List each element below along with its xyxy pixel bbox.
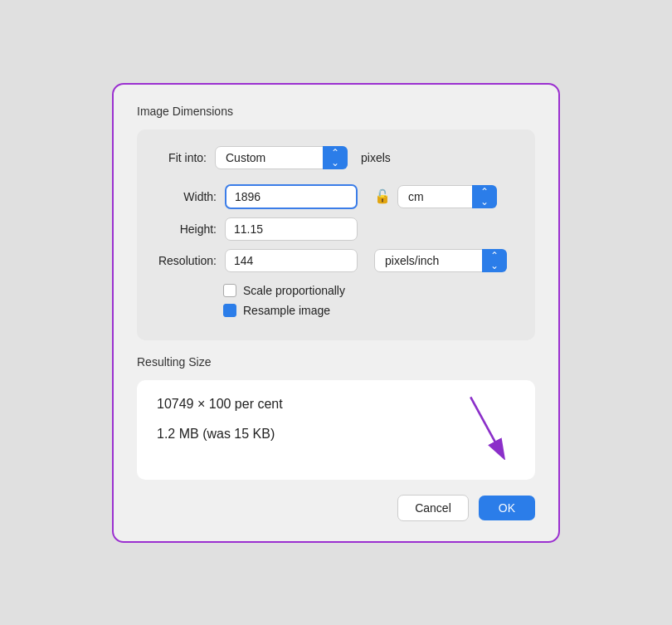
resolution-label: Resolution:: [157, 254, 217, 267]
height-row: Height:: [157, 217, 515, 241]
fit-into-select-wrapper: Custom 800x600 1024x768 1920x1080 ⌃⌄: [215, 146, 348, 169]
unit-select[interactable]: cm mm inches pixels: [397, 185, 497, 208]
scale-proportionally-label: Scale proportionally: [243, 284, 345, 297]
resolution-unit-wrapper: pixels/inch pixels/cm ⌃⌄: [374, 249, 507, 272]
resolution-row: Resolution: pixels/inch pixels/cm ⌃⌄: [157, 249, 515, 272]
svg-line-1: [470, 397, 500, 451]
resulting-size-box: 10749 × 100 per cent 1.2 MB (was 15 KB): [137, 380, 535, 480]
resolution-input[interactable]: [225, 249, 358, 272]
fit-into-row: Fit into: Custom 800x600 1024x768 1920x1…: [157, 146, 515, 169]
fit-into-select[interactable]: Custom 800x600 1024x768 1920x1080: [215, 146, 348, 169]
image-dimensions-title: Image Dimensions: [137, 105, 535, 118]
image-dimensions-box: Fit into: Custom 800x600 1024x768 1920x1…: [137, 129, 535, 340]
cancel-button[interactable]: Cancel: [397, 495, 469, 521]
scale-proportionally-row: Scale proportionally: [157, 284, 515, 297]
width-input[interactable]: [225, 184, 358, 209]
pixels-label: pixels: [361, 151, 391, 164]
resample-image-checkbox[interactable]: [223, 304, 236, 317]
unit-select-wrapper: cm mm inches pixels ⌃⌄: [397, 185, 497, 208]
arrow-svg: [460, 393, 510, 460]
scale-proportionally-checkbox[interactable]: [223, 284, 236, 297]
resample-image-label: Resample image: [243, 304, 330, 317]
resulting-size-section: Resulting Size 10749 × 100 per cent 1.2 …: [137, 355, 535, 480]
resolution-unit-select[interactable]: pixels/inch pixels/cm: [374, 249, 507, 272]
resample-image-row: Resample image: [157, 304, 515, 317]
fit-into-label: Fit into:: [157, 151, 207, 164]
arrow-indicator: [460, 393, 510, 463]
height-label: Height:: [157, 222, 217, 236]
resulting-size-title: Resulting Size: [137, 355, 535, 369]
buttons-row: Cancel OK: [137, 495, 535, 521]
width-row: Width: 🔓 cm mm inches pixels ⌃⌄: [157, 184, 515, 209]
lock-icon: 🔓: [374, 188, 391, 204]
unit-wrapper: 🔓 cm mm inches pixels ⌃⌄: [374, 185, 497, 208]
ok-button[interactable]: OK: [479, 496, 535, 520]
height-input[interactable]: [225, 217, 358, 241]
image-dimensions-dialog: Image Dimensions Fit into: Custom 800x60…: [112, 83, 560, 543]
width-label: Width:: [157, 190, 217, 203]
